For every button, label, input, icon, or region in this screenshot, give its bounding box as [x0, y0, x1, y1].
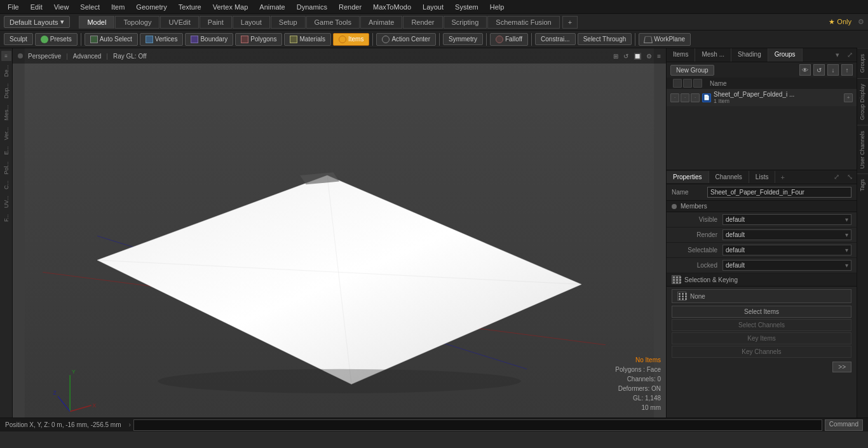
item-icon-render[interactable]: ·	[681, 93, 689, 102]
polygons-button[interactable]: Polygons	[235, 33, 282, 46]
layout-tab-plus[interactable]: +	[562, 16, 578, 29]
menu-item-select[interactable]: Select	[75, 2, 105, 12]
name-input[interactable]	[707, 187, 851, 198]
groups-tab-arrow[interactable]: ▾	[832, 48, 843, 62]
constraints-button[interactable]: Constrai...	[535, 33, 576, 45]
render-select[interactable]: default ▾	[722, 229, 851, 240]
final-label[interactable]: F...	[3, 212, 10, 224]
layout-tab-model[interactable]: Model	[79, 16, 114, 29]
tab-groups[interactable]: Groups	[768, 48, 803, 62]
dup-label[interactable]: Dup...	[3, 81, 10, 101]
props-collapse-btn[interactable]: ⤡	[843, 170, 857, 184]
menu-item-layout[interactable]: Layout	[417, 2, 449, 12]
layout-tab-animate[interactable]: Animate	[360, 16, 402, 29]
side-tab-groups[interactable]: Groups	[857, 48, 868, 78]
poly-label[interactable]: Pol...	[3, 159, 10, 177]
viewport-icon-4[interactable]: ⚙	[646, 53, 652, 60]
edge-label[interactable]: E...	[3, 144, 10, 158]
curve-label[interactable]: C...	[3, 178, 10, 192]
menu-item-geometry[interactable]: Geometry	[131, 2, 172, 12]
groups-icon-refresh[interactable]: ↺	[813, 64, 825, 76]
groups-icon-up[interactable]: ↑	[841, 64, 853, 76]
select-channels-button[interactable]: Select Channels	[672, 319, 851, 331]
layout-tab-scripting[interactable]: Scripting	[444, 16, 487, 29]
tab-add[interactable]: +	[775, 171, 789, 184]
new-group-button[interactable]: New Group	[670, 65, 714, 76]
viewport-icon-3[interactable]: 🔲	[634, 53, 641, 60]
menu-item-edit[interactable]: Edit	[25, 2, 48, 12]
select-through-button[interactable]: Select Through	[578, 33, 632, 45]
settings-icon[interactable]: ⚙	[858, 18, 864, 26]
menu-item-maxtomodo[interactable]: MaxToModo	[368, 2, 416, 12]
command-label[interactable]: Command	[825, 419, 863, 431]
groups-expand[interactable]: ⤢	[843, 48, 857, 62]
layout-tab-paint[interactable]: Paint	[200, 16, 232, 29]
viewport-icon-1[interactable]: ⊞	[613, 53, 618, 60]
layout-tab-layout[interactable]: Layout	[233, 16, 270, 29]
item-icon-select[interactable]: ·	[691, 93, 700, 102]
viewport-advanced[interactable]: Advanced	[73, 53, 101, 60]
vert-label[interactable]: Ver...	[3, 125, 10, 143]
menu-item-view[interactable]: View	[49, 2, 74, 12]
key-items-button[interactable]: Key Items	[672, 332, 851, 344]
sculpt-button[interactable]: Sculpt	[4, 33, 33, 45]
tab-shading[interactable]: Shading	[731, 48, 768, 62]
locked-select[interactable]: default ▾	[722, 260, 851, 271]
tab-channels[interactable]: Channels	[709, 171, 749, 183]
select-items-button[interactable]: Select Items	[672, 306, 851, 318]
auto-select-button[interactable]: Auto Select	[85, 33, 138, 46]
items-button[interactable]: Items	[333, 33, 369, 46]
tab-properties[interactable]: Properties	[667, 171, 709, 183]
layout-tab-render[interactable]: Render	[403, 16, 442, 29]
menu-item-help[interactable]: Help	[485, 2, 510, 12]
menu-item-dynamics[interactable]: Dynamics	[292, 2, 332, 12]
action-center-button[interactable]: Action Center	[376, 33, 436, 46]
groups-item[interactable]: · · · 📄 Sheet_of_Paper_Folded_i ... 1 It…	[667, 89, 857, 106]
boundary-button[interactable]: Boundary	[185, 33, 233, 46]
layout-selector[interactable]: Default Layouts ▾	[4, 16, 70, 28]
falloff-button[interactable]: Falloff	[490, 33, 528, 46]
menu-item-item[interactable]: Item	[106, 2, 130, 12]
props-expand-btn[interactable]: ⤢	[830, 170, 843, 184]
command-input[interactable]	[133, 419, 822, 431]
side-tab-tags[interactable]: Tags	[857, 173, 868, 196]
layout-tab-schematic-fusion[interactable]: Schematic Fusion	[487, 16, 559, 29]
selectable-select[interactable]: default ▾	[722, 245, 851, 255]
groups-icon-eye[interactable]: 👁	[799, 64, 811, 76]
materials-button[interactable]: Materials	[284, 33, 331, 46]
viewport[interactable]: Perspective | Advanced | Ray GL: Off ⊞ ↺…	[13, 48, 666, 417]
viewport-icon-2[interactable]: ↺	[623, 53, 628, 60]
groups-icon-down[interactable]: ↓	[827, 64, 839, 76]
workplane-button[interactable]: WorkPlane	[639, 33, 691, 46]
presets-button[interactable]: Presets	[35, 33, 78, 46]
menu-item-file[interactable]: File	[3, 2, 24, 12]
selection-keying-section[interactable]: Selection & Keying	[667, 273, 857, 287]
symmetry-button[interactable]: Symmetry	[443, 33, 483, 45]
viewport-name[interactable]: Perspective	[28, 53, 61, 60]
item-icon-eye[interactable]: ·	[670, 93, 679, 102]
visible-select[interactable]: default ▾	[722, 214, 851, 225]
mesh-label[interactable]: Mes...	[3, 102, 10, 123]
deformation-label[interactable]: De...	[3, 62, 10, 79]
none-button[interactable]: None	[672, 289, 851, 303]
left-tool-1[interactable]: ≡	[1, 51, 11, 61]
viewport-icon-5[interactable]: ≡	[657, 53, 661, 60]
layout-tab-setup[interactable]: Setup	[271, 16, 306, 29]
side-tab-user-channels[interactable]: User Channels	[857, 125, 868, 174]
members-section[interactable]: Members	[667, 201, 857, 212]
viewport-raygl[interactable]: Ray GL: Off	[113, 53, 147, 60]
side-tab-group-display[interactable]: Group Display	[857, 78, 868, 125]
right-chevron-button[interactable]: >>	[832, 362, 851, 372]
menu-item-texture[interactable]: Texture	[173, 2, 207, 12]
tab-mesh[interactable]: Mesh ...	[695, 48, 731, 62]
menu-item-system[interactable]: System	[450, 2, 484, 12]
item-icon-add[interactable]: +	[844, 93, 853, 102]
menu-item-vertex map[interactable]: Vertex Map	[208, 2, 254, 12]
uv-label[interactable]: UV...	[3, 193, 10, 210]
key-channels-button[interactable]: Key Channels	[672, 346, 851, 358]
vertices-button[interactable]: Vertices	[140, 33, 184, 46]
menu-item-animate[interactable]: Animate	[254, 2, 290, 12]
tab-lists[interactable]: Lists	[749, 171, 776, 183]
menu-item-render[interactable]: Render	[334, 2, 367, 12]
layout-tab-game-tools[interactable]: Game Tools	[306, 16, 360, 29]
